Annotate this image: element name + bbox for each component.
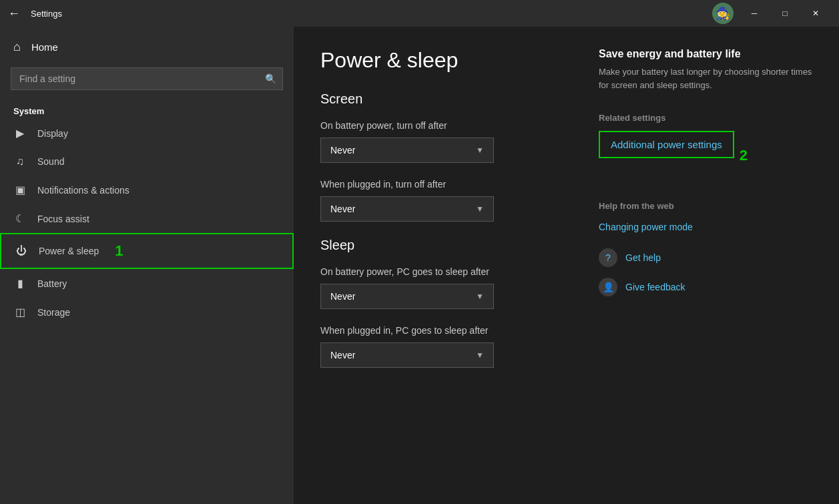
badge-2: 2: [740, 147, 748, 164]
sidebar-item-focus[interactable]: ☾ Focus assist: [0, 204, 294, 233]
screen-battery-dropdown[interactable]: Never ▼: [320, 138, 494, 163]
sidebar-item-display[interactable]: ▶ Display: [0, 119, 294, 148]
main-content: Power & sleep Screen On battery power, t…: [294, 27, 839, 504]
get-help-link[interactable]: ? Get help: [599, 248, 812, 267]
screen-battery-value: Never: [330, 145, 355, 156]
app-title: Settings: [31, 9, 712, 19]
search-box: 🔍: [11, 67, 283, 90]
sidebar: ⌂ Home 🔍 System ▶ Display ♫ Sound ▣ Noti…: [0, 27, 294, 504]
sleep-plugged-dropdown[interactable]: Never ▼: [320, 342, 494, 368]
screen-section-title: Screen: [320, 91, 567, 107]
sidebar-home-label: Home: [31, 41, 58, 53]
sidebar-item-label: Battery: [37, 278, 67, 289]
window-controls: ─ □ ✕: [739, 3, 831, 24]
get-help-label: Get help: [625, 252, 661, 263]
sidebar-item-home[interactable]: ⌂ Home: [0, 32, 294, 62]
power-icon: ⏻: [15, 245, 28, 257]
screen-battery-label: On battery power, turn off after: [320, 120, 567, 131]
content-side: Save energy and battery life Make your b…: [599, 48, 812, 483]
title-bar: ← Settings 🧙 ─ □ ✕: [0, 0, 839, 27]
sidebar-item-storage[interactable]: ◫ Storage: [0, 298, 294, 326]
search-icon: 🔍: [265, 73, 276, 84]
maximize-button[interactable]: □: [770, 3, 800, 24]
notifications-icon: ▣: [13, 184, 27, 196]
sidebar-item-label: Display: [37, 128, 68, 139]
screen-plugged-dropdown[interactable]: Never ▼: [320, 196, 494, 222]
home-icon: ⌂: [13, 40, 21, 54]
content-main: Power & sleep Screen On battery power, t…: [320, 48, 567, 483]
sleep-battery-label: On battery power, PC goes to sleep after: [320, 266, 567, 277]
give-feedback-label: Give feedback: [625, 282, 685, 292]
give-feedback-icon: 👤: [599, 278, 617, 296]
badge-1: 1: [115, 242, 123, 260]
give-feedback-link[interactable]: 👤 Give feedback: [599, 278, 812, 296]
get-help-icon: ?: [599, 248, 617, 267]
avatar: 🧙: [712, 3, 734, 24]
sidebar-section-label: System: [0, 101, 294, 119]
chevron-down-icon: ▼: [476, 146, 484, 155]
storage-icon: ◫: [13, 306, 27, 318]
help-section-title: Help from the web: [599, 201, 812, 211]
chevron-down-icon: ▼: [476, 292, 484, 301]
page-title: Power & sleep: [320, 48, 567, 73]
sleep-plugged-value: Never: [330, 350, 355, 360]
screen-plugged-label: When plugged in, turn off after: [320, 179, 567, 190]
sidebar-item-label: Sound: [37, 156, 64, 167]
back-button[interactable]: ←: [8, 7, 20, 21]
screen-plugged-value: Never: [330, 204, 355, 214]
sidebar-item-label: Storage: [37, 307, 70, 318]
sidebar-item-power[interactable]: ⏻ Power & sleep 1: [0, 233, 294, 269]
minimize-button[interactable]: ─: [739, 3, 770, 24]
sidebar-item-label: Notifications & actions: [37, 185, 129, 196]
sound-icon: ♫: [13, 156, 27, 168]
sidebar-item-sound[interactable]: ♫ Sound: [0, 148, 294, 176]
changing-power-mode-link[interactable]: Changing power mode: [599, 222, 812, 232]
save-energy-title: Save energy and battery life: [599, 48, 812, 60]
chevron-down-icon: ▼: [476, 350, 484, 360]
close-button[interactable]: ✕: [800, 3, 831, 24]
sleep-section-title: Sleep: [320, 238, 567, 253]
sleep-battery-dropdown[interactable]: Never ▼: [320, 284, 494, 309]
search-input[interactable]: [11, 67, 283, 90]
sidebar-item-label: Focus assist: [37, 214, 89, 224]
save-energy-text: Make your battery last longer by choosin…: [599, 65, 812, 91]
chevron-down-icon: ▼: [476, 204, 484, 214]
sleep-plugged-label: When plugged in, PC goes to sleep after: [320, 325, 567, 336]
app-body: ⌂ Home 🔍 System ▶ Display ♫ Sound ▣ Noti…: [0, 27, 839, 504]
related-settings-label: Related settings: [599, 113, 812, 123]
additional-power-settings-link[interactable]: Additional power settings: [599, 131, 734, 158]
sidebar-item-label: Power & sleep: [39, 246, 99, 256]
sidebar-item-battery[interactable]: ▮ Battery: [0, 269, 294, 298]
display-icon: ▶: [13, 127, 27, 140]
battery-icon: ▮: [13, 277, 27, 290]
sidebar-item-notifications[interactable]: ▣ Notifications & actions: [0, 176, 294, 204]
sleep-section: Sleep On battery power, PC goes to sleep…: [320, 238, 567, 368]
focus-icon: ☾: [13, 212, 27, 225]
sleep-battery-value: Never: [330, 291, 355, 302]
